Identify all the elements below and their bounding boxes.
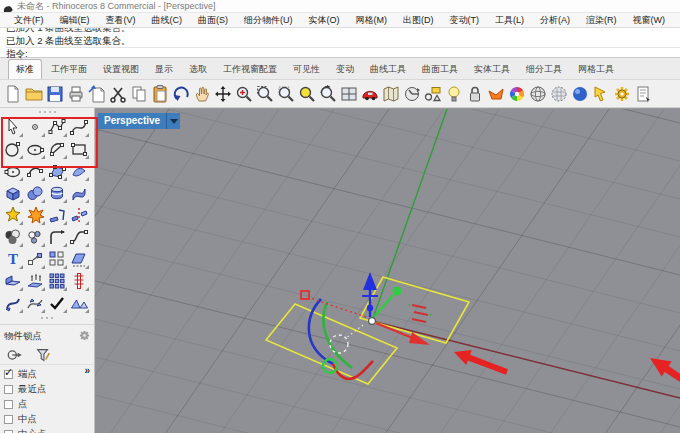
menu-item-1[interactable]: 编辑(E) bbox=[52, 14, 98, 27]
tool-point[interactable] bbox=[24, 116, 46, 138]
tool-fillet-curve[interactable] bbox=[46, 226, 68, 248]
tab-10[interactable]: 实体工具 bbox=[467, 60, 517, 79]
tool-blend-curve[interactable] bbox=[68, 226, 90, 248]
osnap-item-1[interactable]: 最近点 bbox=[4, 382, 92, 397]
menu-item-12[interactable]: 渲染(R) bbox=[578, 14, 625, 27]
menu-item-0[interactable]: 文件(F) bbox=[6, 14, 52, 27]
options-gear-icon[interactable] bbox=[612, 84, 632, 104]
tool-adjustable-curve[interactable] bbox=[24, 160, 46, 182]
osnap-item-2[interactable]: 点 bbox=[4, 397, 92, 412]
pan-icon[interactable] bbox=[192, 84, 212, 104]
rendered-display-icon[interactable] bbox=[570, 84, 590, 104]
ghosted-display-icon[interactable] bbox=[549, 84, 569, 104]
tool-star[interactable] bbox=[2, 204, 24, 226]
tool-boolean-difference[interactable] bbox=[24, 226, 46, 248]
tool-box[interactable] bbox=[2, 182, 24, 204]
tool-check-geometry[interactable] bbox=[46, 292, 68, 314]
osnap-item-3[interactable]: 中点 bbox=[4, 412, 92, 427]
lock-icon[interactable] bbox=[465, 84, 485, 104]
save-icon[interactable] bbox=[45, 84, 65, 104]
tab-9[interactable]: 曲面工具 bbox=[415, 60, 465, 79]
menu-item-6[interactable]: 实体(O) bbox=[301, 14, 348, 27]
tab-0[interactable]: 标准 bbox=[8, 59, 42, 79]
tool-twist[interactable] bbox=[2, 292, 24, 314]
tab-3[interactable]: 显示 bbox=[148, 60, 180, 79]
export-page-icon[interactable] bbox=[87, 84, 107, 104]
tab-1[interactable]: 工作平面 bbox=[44, 60, 94, 79]
undo-icon[interactable] bbox=[171, 84, 191, 104]
tool-deformable-surface[interactable] bbox=[68, 182, 90, 204]
lamp-icon[interactable] bbox=[444, 84, 464, 104]
tab-8[interactable]: 曲线工具 bbox=[363, 60, 413, 79]
tool-point-lift[interactable] bbox=[24, 270, 46, 292]
tool-arc[interactable] bbox=[46, 138, 68, 160]
menu-item-14[interactable]: 说明(H) bbox=[673, 14, 680, 27]
tool-cylinder[interactable] bbox=[46, 182, 68, 204]
tool-grid-array[interactable] bbox=[46, 270, 68, 292]
tab-4[interactable]: 选取 bbox=[182, 60, 214, 79]
selection-filter-icon[interactable] bbox=[34, 347, 52, 363]
tool-split[interactable] bbox=[68, 204, 90, 226]
viewport-canvas[interactable] bbox=[95, 109, 680, 433]
tool-record-history[interactable] bbox=[68, 270, 90, 292]
viewport-title[interactable]: Perspective bbox=[98, 113, 166, 129]
tool-trim[interactable] bbox=[46, 204, 68, 226]
render-icon[interactable] bbox=[486, 84, 506, 104]
sidebar-grip[interactable] bbox=[0, 108, 94, 116]
tool-surface-from-points[interactable] bbox=[46, 160, 68, 182]
tool-shear[interactable] bbox=[68, 248, 90, 270]
print-icon[interactable] bbox=[66, 84, 86, 104]
tool-curved-surface[interactable] bbox=[68, 160, 90, 182]
command-history[interactable]: 已加入 1 条曲线至选取集合。 已加入 2 条曲线至选取集合。 指令: bbox=[0, 27, 680, 58]
osnap-settings-gear-icon[interactable] bbox=[79, 327, 90, 345]
zoom-in-icon[interactable] bbox=[234, 84, 254, 104]
tab-6[interactable]: 可见性 bbox=[286, 60, 327, 79]
viewport-menu-caret-icon[interactable] bbox=[166, 113, 180, 129]
gumball-blue-ball[interactable] bbox=[367, 305, 373, 311]
menu-item-7[interactable]: 网格(M) bbox=[348, 14, 396, 27]
tool-move-points[interactable] bbox=[24, 248, 46, 270]
gumball-center[interactable] bbox=[369, 318, 376, 325]
menu-item-3[interactable]: 曲线(C) bbox=[144, 14, 191, 27]
osnap-checkbox-0[interactable] bbox=[4, 370, 13, 379]
copy-icon[interactable] bbox=[129, 84, 149, 104]
paste-icon[interactable] bbox=[150, 84, 170, 104]
tool-sphere[interactable] bbox=[24, 182, 46, 204]
move-icon[interactable] bbox=[213, 84, 233, 104]
tab-7[interactable]: 变动 bbox=[329, 60, 361, 79]
tool-polygon[interactable] bbox=[2, 160, 24, 182]
menu-item-9[interactable]: 变动(T) bbox=[442, 14, 488, 27]
osnap-item-4[interactable]: 中心点 bbox=[4, 427, 92, 433]
cut-icon[interactable] bbox=[108, 84, 128, 104]
menu-item-5[interactable]: 细分物件(U) bbox=[236, 14, 301, 27]
menu-item-13[interactable]: 视窗(W) bbox=[625, 14, 674, 27]
named-views-icon[interactable] bbox=[360, 84, 380, 104]
osnap-checkbox-1[interactable] bbox=[4, 385, 13, 394]
zoom-window-icon[interactable] bbox=[255, 84, 275, 104]
tool-rectangle[interactable] bbox=[68, 138, 90, 160]
tool-blend-surface[interactable] bbox=[68, 292, 90, 314]
menu-item-8[interactable]: 出图(D) bbox=[395, 14, 442, 27]
osnap-checkbox-3[interactable] bbox=[4, 415, 13, 424]
wireframe-display-icon[interactable] bbox=[528, 84, 548, 104]
menu-item-11[interactable]: 分析(A) bbox=[532, 14, 578, 27]
gumball-green-ball[interactable] bbox=[393, 287, 402, 296]
rotate-view-icon[interactable] bbox=[318, 84, 338, 104]
zoom-selected-icon[interactable] bbox=[276, 84, 296, 104]
tool-flow-along-curve[interactable] bbox=[24, 292, 46, 314]
tab-11[interactable]: 细分工具 bbox=[519, 60, 569, 79]
tool-array[interactable] bbox=[46, 248, 68, 270]
osnap-item-0[interactable]: 端点 bbox=[4, 367, 92, 382]
osnap-overflow-chevron[interactable]: » bbox=[84, 365, 90, 376]
tool-ellipse[interactable] bbox=[24, 138, 46, 160]
menu-item-2[interactable]: 查看(V) bbox=[98, 14, 144, 27]
plan-view-icon[interactable] bbox=[381, 84, 401, 104]
tool-boolean-union[interactable] bbox=[2, 226, 24, 248]
tab-5[interactable]: 工作视窗配置 bbox=[216, 60, 284, 79]
perspective-viewport[interactable]: Perspective bbox=[95, 108, 680, 433]
menu-item-4[interactable]: 曲面(S) bbox=[190, 14, 236, 27]
tab-2[interactable]: 设置视图 bbox=[96, 60, 146, 79]
object-properties-icon[interactable] bbox=[633, 84, 653, 104]
tab-12[interactable]: 网格工具 bbox=[571, 60, 621, 79]
zoom-extents-icon[interactable] bbox=[297, 84, 317, 104]
